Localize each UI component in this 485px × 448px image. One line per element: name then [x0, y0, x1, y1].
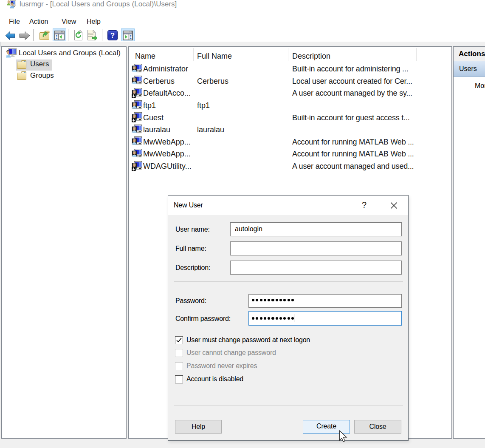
svg-text:?: ? [110, 31, 115, 40]
